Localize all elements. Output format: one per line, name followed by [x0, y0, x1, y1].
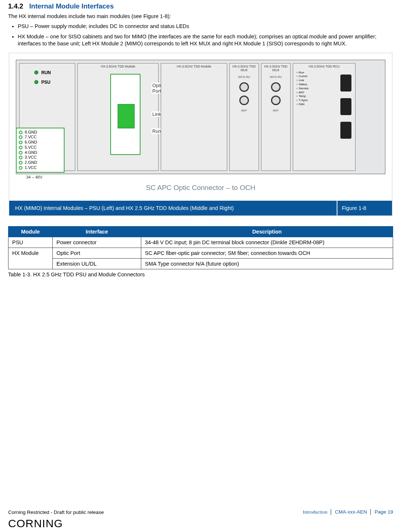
figure-block: RUN PSU 8.GND 7.VCC 6.GND 5.VCC 4.GND 3.… — [9, 53, 392, 216]
pin-label: 8.GND — [25, 130, 37, 135]
hardware-panel: RUN PSU 8.GND 7.VCC 6.GND 5.VCC 4.GND 3.… — [16, 60, 385, 174]
rcu-module: HX-2.5GHz TDD RCU Run Comm Link Status S… — [293, 63, 355, 171]
pin-label: 6.GND — [25, 140, 37, 145]
module-header: HX-2.5GHz TDD Module — [78, 63, 158, 69]
table-cell: Power connector — [53, 237, 141, 248]
sma-connector-icon — [239, 96, 249, 105]
table-cell: 34-48 V DC input; 8 pin DC terminal bloc… — [141, 237, 393, 248]
rcu-led-label: Temp — [296, 94, 309, 99]
table-caption: Table ‎1-3. HX 2.5 GHz TDD PSU and Modul… — [8, 272, 393, 277]
psu-module: RUN PSU 8.GND 7.VCC 6.GND 5.VCC 4.GND 3.… — [19, 63, 75, 171]
table-row: PSU Power connector 34-48 V DC input; 8 … — [8, 237, 393, 248]
rcu-led-label: Run — [296, 71, 309, 75]
dc-pin-block: 8.GND 7.VCC 6.GND 5.VCC 4.GND 3.VCC 2.GN… — [16, 128, 65, 173]
table-header: Description — [141, 226, 393, 237]
table-cell: Optic Port — [53, 248, 141, 258]
rcu-led-label: FAN — [296, 103, 309, 107]
table-cell: PSU — [8, 237, 53, 248]
list-item: PSU – Power supply module; includes DC I… — [18, 23, 393, 30]
table-header: Module — [8, 226, 53, 237]
pin-label: 3.VCC — [25, 155, 37, 160]
link-label: Link — [152, 111, 162, 117]
footer-doc-id: CMA-xxx-AEN — [335, 509, 367, 515]
sma-connector-icon — [271, 96, 281, 105]
tdd-mux-1: HX-2.5GHz TDD MUX WCS RU ANT — [229, 63, 259, 171]
table-row: HX Module Optic Port SC APC fiber-optic … — [8, 248, 393, 258]
pin-label: 1.VCC — [25, 165, 37, 170]
figure-image: RUN PSU 8.GND 7.VCC 6.GND 5.VCC 4.GND 3.… — [9, 53, 392, 201]
interface-table: Module Interface Description PSU Power c… — [8, 226, 393, 269]
footer-right: Introduction│CMA-xxx-AEN│Page 19 — [303, 509, 393, 515]
table-cell: SMA Type connector N/A (future option) — [141, 258, 393, 269]
table-cell: SC APC fiber-optic pair connector; SM fi… — [141, 248, 393, 258]
rcu-led-list: Run Comm Link Status Service ANT Temp T-… — [296, 71, 309, 107]
rcu-led-label: Service — [296, 87, 309, 91]
corning-logo: CORNING — [8, 517, 63, 530]
tdd-mux-2: HX-2.5GHz TDD MUX WCS RU ANT — [261, 63, 291, 171]
pin-label: 4.GND — [25, 150, 37, 155]
module-header: HX-2.5GHz TDD MUX — [230, 63, 259, 73]
port-label: ANT — [273, 109, 279, 112]
module-header: HX-2.5GHz TDD MUX — [261, 63, 290, 73]
port-label: WCS RU — [238, 75, 250, 79]
dsub-connector-icon — [340, 75, 351, 91]
module-header: HX-2.5GHz TDD Module — [161, 63, 227, 69]
rcu-led-label: T-Sync — [296, 99, 309, 103]
module-header: HX-2.5GHz TDD RCU — [293, 63, 355, 69]
table-cell: Extension UL/DL — [53, 258, 141, 269]
intro-paragraph: The HX internal modules include two main… — [8, 13, 393, 19]
led-icon — [34, 70, 38, 75]
footer-section: Introduction — [303, 509, 327, 515]
rcu-led-label: Status — [296, 83, 309, 87]
port-label: ANT — [241, 109, 247, 112]
page-footer: Corning Restricted - Draft for public re… — [8, 509, 393, 515]
run-label: Run — [152, 128, 162, 134]
sma-connector-icon — [271, 82, 281, 92]
section-heading: 1.4.2 Internal Module Interfaces — [8, 2, 393, 10]
sma-connector-icon — [239, 82, 249, 92]
psu-psu-label: PSU — [41, 80, 51, 85]
footer-page: Page 19 — [375, 509, 393, 515]
feature-list: PSU – Power supply module; includes DC I… — [8, 23, 393, 48]
figure-caption: HX (MIMO) Internal Modules – PSU (Left) … — [9, 201, 337, 215]
sc-apc-callout: SC APC Optic Connector – to OCH — [16, 184, 385, 192]
psu-run-led: RUN — [34, 70, 75, 75]
hx-module-2: HX-2.5GHz TDD Module — [161, 63, 227, 171]
optic-port — [110, 74, 140, 155]
led-icon — [34, 80, 38, 84]
pin-label: 2.GND — [25, 160, 37, 165]
dsub-connector-icon — [340, 122, 351, 139]
pin-label: 5.VCC — [25, 145, 37, 150]
port-label: WCS RU — [270, 75, 282, 79]
psu-psu-led: PSU — [34, 80, 75, 85]
list-item: HX Module – one for SISO cabinets and tw… — [18, 33, 393, 48]
footer-left: Corning Restricted - Draft for public re… — [8, 509, 104, 515]
figure-reference: Figure ‎1-8 — [337, 201, 392, 215]
section-number: 1.4.2 — [8, 2, 28, 10]
rcu-led-label: ANT — [296, 91, 309, 95]
section-title: Internal Module Interfaces — [29, 2, 114, 10]
rcu-led-label: Comm — [296, 75, 309, 79]
table-cell — [8, 258, 53, 269]
table-row: Extension UL/DL SMA Type connector N/A (… — [8, 258, 393, 269]
table-header: Interface — [53, 226, 141, 237]
psu-run-label: RUN — [41, 70, 51, 75]
rcu-connectors — [340, 75, 351, 139]
voltage-range-label: 34 – 48V — [26, 175, 42, 179]
pin-label: 7.VCC — [25, 135, 37, 140]
table-cell: HX Module — [8, 248, 53, 258]
figure-caption-bar: HX (MIMO) Internal Modules – PSU (Left) … — [9, 201, 392, 215]
rcu-led-label: Link — [296, 79, 309, 83]
dsub-connector-icon — [340, 98, 351, 115]
hx-module-1: HX-2.5GHz TDD Module Optic Port Link Run — [77, 63, 159, 171]
